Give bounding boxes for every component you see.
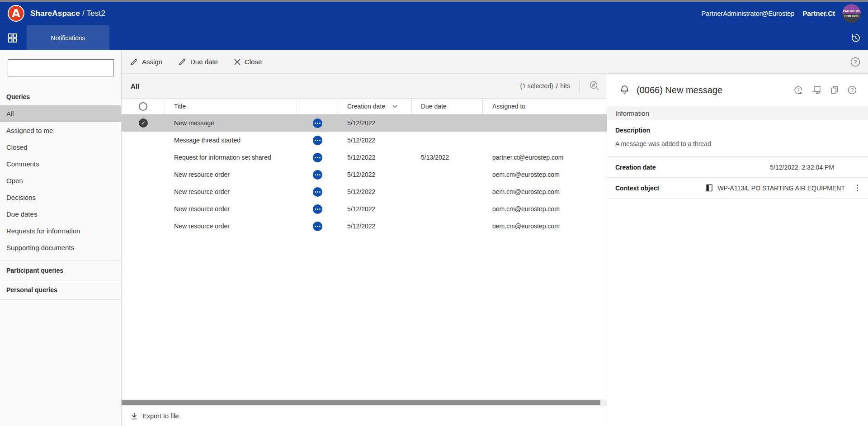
scrollbar-thumb[interactable] bbox=[122, 400, 600, 405]
table-row[interactable]: New resource order 5/12/2022 oem.cm@euro… bbox=[122, 166, 607, 183]
history-button[interactable] bbox=[843, 25, 868, 50]
assign-button[interactable]: Assign bbox=[130, 58, 162, 66]
creation-date-value: 5/12/2022, 2:32:04 PM bbox=[770, 164, 860, 171]
sidebar-item-comments[interactable]: Comments bbox=[0, 156, 121, 172]
row-due-date bbox=[412, 218, 483, 235]
close-icon bbox=[234, 59, 241, 65]
column-header-creation-date[interactable]: Creation date bbox=[338, 99, 412, 114]
row-checkbox-checked[interactable]: ✓ bbox=[122, 114, 165, 132]
row-title: Request for information set shared bbox=[165, 149, 297, 166]
row-assigned-to: oem.cm@eurostep.com bbox=[483, 166, 607, 183]
detail-help-button[interactable]: ? bbox=[847, 85, 857, 95]
table-row[interactable]: ✓ New message 5/12/2022 bbox=[122, 114, 607, 132]
sidebar-item-all[interactable]: All bbox=[0, 105, 121, 122]
column-label: Creation date bbox=[347, 103, 385, 110]
sort-descending-chevron-icon bbox=[392, 105, 397, 108]
row-checkbox[interactable] bbox=[122, 166, 165, 183]
row-due-date: 5/13/2022 bbox=[412, 149, 483, 166]
row-checkbox[interactable] bbox=[122, 132, 165, 149]
book-icon bbox=[705, 184, 713, 192]
column-header-title[interactable]: Title bbox=[165, 99, 297, 114]
row-due-date bbox=[412, 114, 483, 132]
row-checkbox[interactable] bbox=[122, 218, 165, 235]
row-creation-date: 5/12/2022 bbox=[338, 218, 412, 235]
sidebar-item-due-dates[interactable]: Due dates bbox=[0, 206, 121, 222]
mark-read-button[interactable] bbox=[793, 85, 803, 95]
tenant-name[interactable]: Partner.Ct bbox=[802, 9, 835, 17]
row-due-date bbox=[412, 166, 483, 183]
sidebar-item-closed[interactable]: Closed bbox=[0, 139, 121, 156]
description-text: A message was added to a thread bbox=[615, 140, 860, 147]
sidebar-search-input[interactable] bbox=[8, 59, 114, 76]
logged-in-user[interactable]: PartnerAdministrator@Eurostep bbox=[702, 10, 795, 17]
context-object-link[interactable]: WP-A1134, PO STARTING AIR EQUIPMENT bbox=[717, 185, 845, 192]
tab-notifications[interactable]: Notifications bbox=[27, 25, 109, 50]
sidebar-item-requests-for-information[interactable]: Requests for information bbox=[0, 222, 121, 239]
horizontal-scrollbar[interactable] bbox=[122, 399, 607, 406]
detail-actions: ? bbox=[793, 85, 857, 95]
message-ellipsis-icon[interactable] bbox=[297, 114, 338, 132]
message-ellipsis-icon[interactable] bbox=[297, 132, 338, 149]
badge-top-label: PARTNERS bbox=[842, 4, 861, 14]
close-button[interactable]: Close bbox=[234, 58, 262, 66]
toolbar-help-button[interactable]: ? bbox=[850, 57, 861, 67]
kebab-menu-icon[interactable] bbox=[857, 185, 858, 191]
sidebar-divider bbox=[0, 299, 121, 300]
app-launcher-button[interactable] bbox=[0, 25, 25, 50]
table-header: Title Creation date Due date Assigned to bbox=[122, 99, 607, 114]
row-creation-date: 5/12/2022 bbox=[338, 183, 412, 200]
shareaspace-logo-icon[interactable]: A bbox=[8, 5, 24, 22]
message-ellipsis-icon[interactable] bbox=[297, 149, 338, 166]
queries-section-header: Queries bbox=[0, 88, 121, 105]
select-all-checkbox[interactable] bbox=[122, 99, 165, 114]
pencil-icon bbox=[130, 58, 138, 66]
export-to-file-button[interactable]: Export to file bbox=[131, 412, 179, 420]
queries-sidebar: Queries All Assigned to me Closed Commen… bbox=[0, 50, 122, 426]
message-ellipsis-icon[interactable] bbox=[297, 166, 338, 183]
copy-button[interactable] bbox=[830, 85, 839, 95]
sidebar-item-decisions[interactable]: Decisions bbox=[0, 189, 121, 206]
row-checkbox[interactable] bbox=[122, 200, 165, 218]
table-row[interactable]: Request for information set shared 5/12/… bbox=[122, 149, 607, 166]
brand-name: ShareAspace bbox=[30, 9, 80, 18]
sidebar-item-participant-queries[interactable]: Participant queries bbox=[0, 261, 121, 280]
row-due-date bbox=[412, 183, 483, 200]
sidebar-item-open[interactable]: Open bbox=[0, 172, 121, 189]
row-due-date bbox=[412, 132, 483, 149]
due-date-button[interactable]: Due date bbox=[179, 58, 218, 66]
partner-badge-avatar[interactable]: PARTNERS CONTRIB bbox=[842, 4, 861, 23]
description-label: Description bbox=[615, 127, 860, 134]
zoom-fit-button[interactable] bbox=[589, 80, 600, 92]
tabbar-spacer bbox=[109, 25, 843, 50]
logo-letter: A bbox=[9, 6, 24, 21]
table-row[interactable]: New resource order 5/12/2022 oem.cm@euro… bbox=[122, 218, 607, 235]
row-checkbox[interactable] bbox=[122, 183, 165, 200]
download-icon bbox=[131, 412, 138, 420]
row-checkbox[interactable] bbox=[122, 149, 165, 166]
notification-detail-pane: (0066) New message bbox=[607, 74, 868, 426]
column-header-assigned-to[interactable]: Assigned to bbox=[483, 99, 607, 114]
handover-button[interactable] bbox=[811, 85, 822, 95]
row-creation-date: 5/12/2022 bbox=[338, 166, 412, 183]
message-ellipsis-icon[interactable] bbox=[297, 200, 338, 218]
content-area: Assign Due date Close ? bbox=[122, 50, 868, 426]
sidebar-item-assigned-to-me[interactable]: Assigned to me bbox=[0, 122, 121, 139]
table-row[interactable]: New resource order 5/12/2022 oem.cm@euro… bbox=[122, 183, 607, 200]
circle-checkbox-icon bbox=[139, 102, 147, 111]
sidebar-item-supporting-documents[interactable]: Supporting documents bbox=[0, 239, 121, 256]
copy-icon bbox=[830, 85, 839, 95]
column-header-due-date[interactable]: Due date bbox=[412, 99, 483, 114]
message-ellipsis-icon[interactable] bbox=[297, 183, 338, 200]
column-header-type[interactable] bbox=[297, 99, 338, 114]
row-title: New message bbox=[165, 114, 297, 132]
table-row[interactable]: Message thread started 5/12/2022 bbox=[122, 132, 607, 149]
grid-icon bbox=[8, 33, 18, 43]
handover-icon bbox=[811, 85, 822, 95]
svg-text:?: ? bbox=[854, 59, 857, 65]
table-row[interactable]: New resource order 5/12/2022 oem.cm@euro… bbox=[122, 200, 607, 218]
detail-title: (0066) New message bbox=[637, 85, 722, 95]
list-title: All bbox=[131, 82, 139, 90]
message-ellipsis-icon[interactable] bbox=[297, 218, 338, 235]
sidebar-item-personal-queries[interactable]: Personal queries bbox=[0, 280, 121, 299]
column-label: Due date bbox=[421, 103, 447, 110]
